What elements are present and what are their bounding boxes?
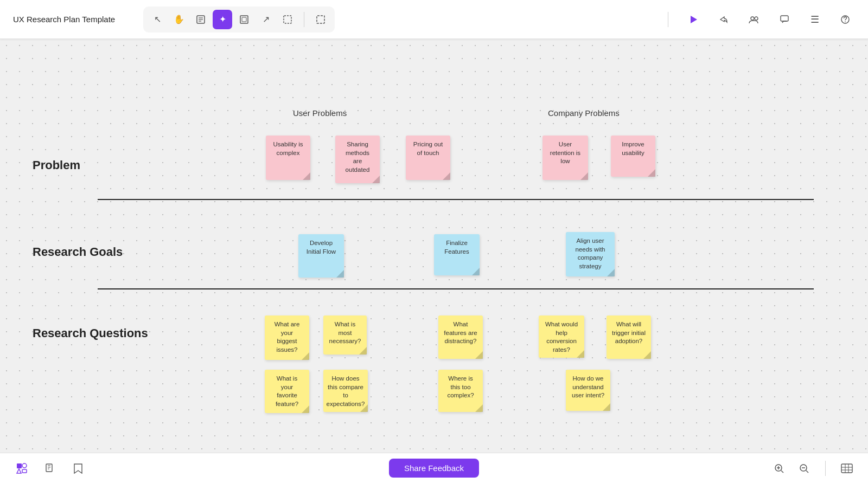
collaborators-button[interactable] (744, 10, 764, 29)
menu-button[interactable]: ☰ (805, 10, 825, 29)
magic-tool[interactable]: ✦ (213, 10, 232, 29)
sticky-most-necessary[interactable]: What is most necessary? (323, 315, 367, 355)
sticky-initial-adoption[interactable]: What will trigger initial adoption? (607, 315, 651, 359)
research-goals-label: Research Goals (33, 245, 123, 259)
sticky-improve-usability[interactable]: Improve usability (611, 136, 655, 177)
sticky-tool[interactable] (191, 10, 210, 29)
svg-rect-5 (242, 17, 246, 22)
bottom-bar: Share Feedback (0, 453, 868, 483)
sticky-conversion-rates[interactable]: What would help conversion rates? (539, 315, 584, 358)
sticky-pricing-touch[interactable]: Pricing out of touch (406, 136, 450, 180)
user-problems-header: User Problems (293, 108, 347, 118)
canvas-content: Problem User Problems Company Problems U… (0, 39, 868, 483)
sticky-usability-complex[interactable]: Usability is complex (266, 136, 310, 180)
toolbar-right: ☰ (663, 10, 855, 29)
sticky-too-complex[interactable]: Where is this too complex? (438, 370, 483, 412)
frame-tool[interactable] (234, 10, 254, 29)
svg-point-9 (751, 17, 754, 20)
sticky-user-intent[interactable]: How do we understand user intent? (566, 370, 610, 411)
help-button[interactable] (835, 10, 855, 29)
sticky-develop-flow[interactable]: Develop Initial Flow (298, 234, 344, 278)
arrow-tool[interactable]: ↗ (256, 10, 276, 29)
svg-rect-16 (22, 469, 27, 473)
svg-line-21 (781, 471, 783, 473)
bottom-tools (13, 460, 87, 477)
divider-problem-goals (98, 199, 814, 200)
svg-marker-8 (691, 16, 697, 23)
zoom-in-button[interactable] (771, 460, 787, 476)
bookmark-button[interactable] (69, 460, 87, 477)
toolbar: UX Research Plan Template ↖ ✋ ✦ ↗ (0, 0, 868, 39)
sticky-features-distracting[interactable]: What features are distracting? (438, 315, 483, 359)
select-tool[interactable] (278, 10, 297, 29)
pointer-tool[interactable]: ↖ (148, 10, 167, 29)
svg-rect-14 (17, 463, 22, 468)
shapes-button[interactable] (13, 460, 30, 477)
map-button[interactable] (839, 460, 855, 476)
svg-rect-11 (781, 16, 788, 21)
svg-rect-25 (841, 464, 852, 473)
divider-goals-questions (98, 288, 814, 289)
svg-rect-6 (284, 16, 291, 23)
share-feedback-button[interactable]: Share Feedback (389, 459, 479, 478)
problem-label: Problem (33, 158, 80, 172)
play-button[interactable] (684, 10, 703, 29)
sticky-user-retention[interactable]: User retention is low (542, 136, 588, 180)
share-button[interactable] (714, 10, 733, 29)
svg-rect-17 (46, 464, 52, 472)
sticky-biggest-issues[interactable]: What are your biggest issues? (265, 315, 309, 360)
svg-rect-4 (240, 16, 248, 23)
tool-group: ↖ ✋ ✦ ↗ (143, 7, 335, 33)
toolbar-right-divider (668, 12, 668, 27)
zoom-out-button[interactable] (796, 460, 812, 476)
marquee-tool[interactable] (311, 10, 330, 29)
svg-point-10 (755, 17, 758, 20)
canvas[interactable]: Problem User Problems Company Problems U… (0, 39, 868, 483)
pages-button[interactable] (41, 460, 59, 477)
svg-point-15 (22, 463, 27, 468)
sticky-finalize-features[interactable]: Finalize Features (434, 234, 480, 275)
sticky-favorite-feature[interactable]: What is your favorite feature? (265, 370, 309, 413)
svg-line-24 (806, 471, 808, 473)
bottom-divider (825, 461, 826, 476)
toolbar-divider (304, 12, 304, 27)
company-problems-header: Company Problems (548, 108, 620, 118)
sticky-sharing-outdated[interactable]: Sharing methods are outdated (335, 136, 380, 183)
hand-tool[interactable]: ✋ (169, 10, 189, 29)
research-questions-label: Research Questions (33, 326, 148, 340)
comments-button[interactable] (775, 10, 794, 29)
svg-point-13 (845, 21, 846, 22)
app-title: UX Research Plan Template (13, 15, 122, 24)
sticky-align-user-needs[interactable]: Align user needs with company strategy (566, 232, 615, 276)
bottom-right (771, 460, 855, 476)
sticky-compare-expectations[interactable]: How does this compare to expectations? (323, 370, 368, 412)
svg-rect-7 (317, 16, 324, 23)
